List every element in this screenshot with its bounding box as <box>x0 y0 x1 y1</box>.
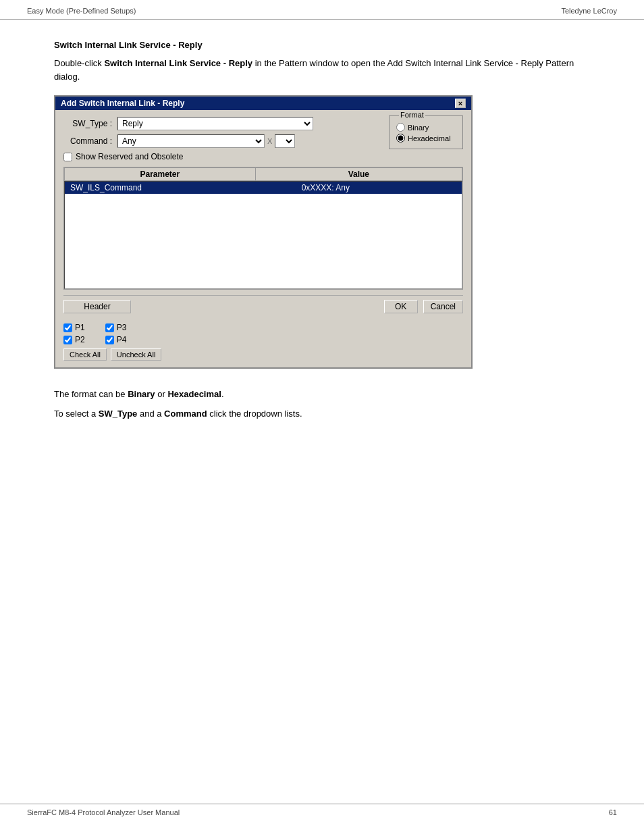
format-hex-option: Hexadecimal <box>396 134 456 142</box>
p3-checkbox[interactable] <box>105 323 114 332</box>
col-value: Value <box>255 168 462 181</box>
format-binary-option: Binary <box>396 123 456 132</box>
p4-checkbox[interactable] <box>105 336 114 344</box>
p1-check-item: P1 <box>63 323 85 332</box>
dialog-box: Add Switch Internal Link - Reply × Forma… <box>54 95 473 369</box>
p1-checkbox[interactable] <box>63 323 72 332</box>
format-legend: Format <box>399 111 425 119</box>
show-reserved-checkbox[interactable] <box>63 153 72 161</box>
sw-type-label: SW_Type : <box>63 119 112 128</box>
section-title: Switch Internal Link Service - Reply <box>54 40 590 50</box>
uncheck-all-button[interactable]: Uncheck All <box>111 348 161 361</box>
check-row-1: P1 P3 <box>63 323 463 332</box>
param-cell: SW_ILS_Command <box>65 182 296 194</box>
bottom-text1-bold1: Binary <box>128 389 155 399</box>
footer-left: SierraFC M8-4 Protocol Analyzer User Man… <box>27 808 180 816</box>
dialog-body: Format Binary Hexadecimal SW_Type : <box>55 110 471 367</box>
p2-label: P2 <box>75 335 85 344</box>
format-hex-label: Hexadecimal <box>408 134 451 142</box>
p3-check-item: P3 <box>105 323 127 332</box>
col-parameter: Parameter <box>65 168 256 181</box>
p4-label: P4 <box>117 335 127 344</box>
page-footer: SierraFC M8-4 Protocol Analyzer User Man… <box>0 804 644 820</box>
bottom-text-2: To select a SW_Type and a Command click … <box>54 407 590 421</box>
main-content: Switch Internal Link Service - Reply Dou… <box>0 20 644 442</box>
show-reserved-row: Show Reserved and Obsolete <box>63 152 463 161</box>
cancel-button[interactable]: Cancel <box>423 300 463 313</box>
p3-label: P3 <box>117 323 127 332</box>
dialog-wrapper: Add Switch Internal Link - Reply × Forma… <box>54 95 590 369</box>
bottom-text2-bold2: Command <box>164 409 207 419</box>
command-x: X <box>267 137 272 145</box>
table-row[interactable]: SW_ILS_Command 0xXXXX: Any <box>65 182 462 194</box>
p2-checkbox[interactable] <box>63 336 72 344</box>
check-row-2: P2 P4 <box>63 335 463 344</box>
param-table: Parameter Value <box>64 167 462 181</box>
dialog-titlebar: Add Switch Internal Link - Reply × <box>55 97 471 110</box>
p1-label: P1 <box>75 323 85 332</box>
footer-right: 61 <box>609 808 617 816</box>
bottom-text1-mid: or <box>155 389 168 399</box>
page-header: Easy Mode (Pre-Defined Setups) Teledyne … <box>0 0 644 20</box>
ok-button[interactable]: OK <box>384 300 418 313</box>
command-label: Command : <box>63 136 112 146</box>
intro-paragraph: Double-click Switch Internal Link Servic… <box>54 57 590 83</box>
show-reserved-label: Show Reserved and Obsolete <box>76 152 183 161</box>
header-button[interactable]: Header <box>63 300 131 313</box>
check-all-row: Check All Uncheck All <box>63 348 463 361</box>
intro-text-plain: Double-click <box>54 58 104 68</box>
bottom-text1-end: . <box>221 389 224 399</box>
header-left: Easy Mode (Pre-Defined Setups) <box>27 7 136 15</box>
param-table-data: SW_ILS_Command 0xXXXX: Any <box>65 182 462 194</box>
bottom-text1-plain: The format can be <box>54 389 128 399</box>
command-dropdown2[interactable] <box>275 134 295 148</box>
table-area: SW_ILS_Command 0xXXXX: Any <box>64 181 462 289</box>
bottom-text1-bold2: Hexadecimal <box>167 389 221 399</box>
dialog-close-button[interactable]: × <box>455 99 466 108</box>
value-cell: 0xXXXX: Any <box>296 182 462 194</box>
bottom-text2-mid: and a <box>137 409 164 419</box>
format-group: Format Binary Hexadecimal <box>389 115 463 149</box>
format-binary-radio[interactable] <box>396 123 405 132</box>
bottom-text2-end: click the dropdown lists. <box>207 409 302 419</box>
dialog-title: Add Switch Internal Link - Reply <box>61 99 184 108</box>
dialog-bottom-row: Header OK Cancel <box>63 295 463 313</box>
bottom-text2-plain: To select a <box>54 409 99 419</box>
intro-text-bold: Switch Internal Link Service - Reply <box>104 58 252 68</box>
format-binary-label: Binary <box>408 124 429 132</box>
sw-type-select[interactable]: Reply <box>117 117 313 130</box>
command-select[interactable]: Any <box>117 134 265 148</box>
format-hex-radio[interactable] <box>396 134 405 142</box>
p4-check-item: P4 <box>105 335 127 344</box>
p2-check-item: P2 <box>63 335 85 344</box>
check-section: P1 P3 P2 P4 <box>63 319 463 361</box>
param-table-wrapper: Parameter Value SW_ILS_Command 0xXXXX: A… <box>63 167 463 290</box>
bottom-text2-bold1: SW_Type <box>99 409 138 419</box>
header-right: Teledyne LeCroy <box>561 7 617 15</box>
check-all-button[interactable]: Check All <box>63 348 107 361</box>
bottom-text-1: The format can be Binary or Hexadecimal. <box>54 388 590 402</box>
